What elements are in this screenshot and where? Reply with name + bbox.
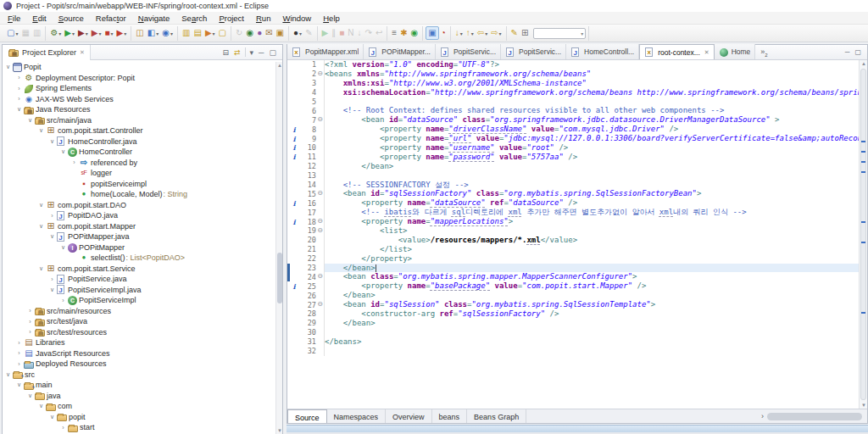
collapsed-arrow-icon[interactable]: › [26, 319, 34, 325]
code-line-13[interactable]: 13 [287, 171, 859, 181]
editor-tab-homecontroll-[interactable]: HomeControll... [566, 44, 639, 59]
tab-scroll-chevron-icon[interactable]: › [758, 412, 767, 420]
fold-collapse-icon[interactable]: ⊖ [316, 70, 325, 79]
tree-item-selectlist-[interactable]: selectlist() : List<PopitDAO> [3, 253, 275, 264]
code-line-16[interactable]: i16 <property name="dataSource" ref="dat… [287, 198, 859, 208]
fold-collapse-icon[interactable]: ⊖ [316, 189, 325, 198]
code-line-2[interactable]: 2⊖<beans xmlns="http://www.springframewo… [287, 70, 859, 79]
dropdown-arrow-icon[interactable]: ▾ [72, 31, 75, 36]
xml-source-editor[interactable]: 1<?xml version="1.0" encoding="UTF-8"?>2… [287, 60, 859, 409]
forward-button[interactable]: ⇨▾ [489, 26, 503, 40]
run-last-button[interactable]: ▶▾ [115, 26, 129, 40]
fold-collapse-icon[interactable]: ⊖ [316, 226, 325, 236]
tree-item-src[interactable]: ∨src [3, 370, 275, 381]
dropdown-arrow-icon[interactable]: ▾ [460, 31, 463, 36]
editor-scrollbar[interactable]: ▲ ▼ [859, 60, 867, 409]
launch-button[interactable]: ▶▾ [203, 26, 217, 40]
collapsed-arrow-icon[interactable]: › [59, 425, 67, 431]
export-button[interactable]: ▤ [192, 26, 203, 40]
overview-info-marker[interactable] [861, 221, 865, 223]
code-line-31[interactable]: 31</beans> [287, 337, 859, 347]
editor-tab-popitservic-[interactable]: PopitServic... [436, 44, 501, 59]
back-button[interactable]: ⇦▾ [476, 26, 489, 40]
dropdown-arrow-icon[interactable]: ▾ [15, 31, 18, 36]
server-button[interactable]: ◉▾ [160, 26, 175, 40]
fold-collapse-icon[interactable]: ⊖ [316, 300, 325, 309]
collapsed-arrow-icon[interactable]: › [48, 213, 56, 219]
code-line-17[interactable]: 17 <!-- ibatis와 다르게 sql디렉토리에 xml 추가만 해주면… [287, 208, 859, 217]
code-line-5[interactable]: 5 [287, 97, 859, 107]
collapsed-arrow-icon[interactable]: › [15, 361, 23, 367]
editor-scroll-thumb[interactable] [860, 69, 866, 400]
expanded-arrow-icon[interactable]: ∨ [37, 403, 45, 409]
dropdown-arrow-icon[interactable]: ▾ [213, 31, 215, 36]
task-button[interactable]: ▣ [275, 26, 286, 40]
expanded-arrow-icon[interactable]: ∨ [37, 265, 45, 272]
expanded-arrow-icon[interactable]: ∨ [4, 64, 12, 70]
code-line-4[interactable]: 4 xsi:schemaLocation="http://www.springf… [287, 88, 859, 97]
tree-item-spring-elements[interactable]: ›Spring Elements [3, 83, 275, 94]
dropdown-arrow-icon[interactable]: ▾ [86, 31, 88, 36]
tree-item-popitmapper-java[interactable]: ∨POPitMapper.java [3, 231, 275, 242]
code-line-15[interactable]: 15⊖ <bean id="sqlSessionFactory" class="… [287, 189, 859, 198]
code-line-27[interactable]: 27⊖ <bean id="sqlSession" class="org.myb… [287, 300, 859, 309]
dropdown-arrow-icon[interactable]: ▾ [299, 31, 302, 36]
scroll-up-icon[interactable]: ▲ [860, 61, 868, 66]
code-line-6[interactable]: 6 <!-- Root Context: defines shared reso… [287, 106, 859, 115]
scroll-up-icon[interactable]: ▲ [276, 63, 283, 68]
menu-project[interactable]: Project [213, 13, 250, 24]
editor-tab-popitmapper-xml[interactable]: PopitMapper.xml [287, 44, 364, 59]
menu-source[interactable]: Source [53, 13, 90, 24]
code-line-28[interactable]: 28 <constructor-arg ref="sqlSessionFacto… [287, 309, 859, 319]
tree-item-java[interactable]: ∨java [3, 391, 275, 402]
code-line-19[interactable]: 19⊖ <list> [287, 226, 859, 236]
code-line-7[interactable]: 7⊖ <bean id="dataSource" class="org.spri… [287, 115, 859, 125]
menu-edit[interactable]: Edit [26, 13, 52, 24]
maximize-icon[interactable]: ▢ [852, 48, 864, 56]
minimize-view-icon[interactable]: ─ [256, 48, 266, 57]
code-line-11[interactable]: i11 <property name="password" value="575… [287, 153, 859, 162]
collapsed-arrow-icon[interactable]: › [15, 340, 23, 346]
tree-item-homecontroller[interactable]: ∨HomeController [3, 147, 275, 158]
spring-tool-button[interactable]: ✱ [398, 26, 409, 40]
editor-tab-popitservic-[interactable]: PopitServic... [501, 44, 566, 59]
info-annotation-icon[interactable]: i [290, 125, 298, 134]
editor-tab-root-contex-[interactable]: root-contex...✕ [639, 44, 714, 59]
scroll-down-icon[interactable]: ▼ [860, 403, 868, 408]
info-annotation-icon[interactable]: i [290, 135, 298, 143]
menu-window[interactable]: Window [276, 13, 317, 24]
collapsed-arrow-icon[interactable]: › [15, 96, 23, 102]
code-line-30[interactable]: 30 [287, 328, 859, 337]
editor-tab-popitmapper-[interactable]: POPitMapper... [364, 44, 436, 59]
tree-item-popitservice-java[interactable]: ›PopitService.java [3, 274, 275, 285]
expanded-arrow-icon[interactable]: ∨ [37, 223, 45, 230]
expanded-arrow-icon[interactable]: ∨ [37, 202, 45, 209]
close-icon[interactable]: ✕ [704, 49, 709, 56]
profile-button[interactable]: ●▾ [292, 26, 303, 40]
info-annotation-icon[interactable]: i [290, 143, 298, 152]
tree-item-java-resources[interactable]: ∨Java Resources [3, 104, 275, 115]
dropdown-arrow-icon[interactable]: ▾ [124, 31, 126, 36]
tree-item-popitserviceimpl-java[interactable]: ∨PopitServiceImpl.java [3, 285, 275, 296]
new-wizard-button[interactable]: ▢▾ [5, 26, 19, 40]
code-line-8[interactable]: i8 <property name="driverClassName" valu… [287, 125, 859, 134]
collapsed-arrow-icon[interactable]: › [26, 329, 34, 335]
tree-item-popit[interactable]: ∨Popit [3, 62, 275, 73]
boot-dashboard-button[interactable]: ◉ [409, 26, 420, 40]
bottom-tab-beans-graph[interactable]: Beans Graph [467, 409, 526, 423]
tree-item-start[interactable]: ›start [3, 422, 275, 433]
tree-item-main[interactable]: ∨main [3, 380, 275, 391]
overview-info-marker[interactable] [861, 151, 865, 153]
code-line-3[interactable]: 3 xmlns:xsi="http://www.w3.org/2001/XMLS… [287, 79, 859, 88]
collapsed-arrow-icon[interactable]: › [15, 75, 23, 81]
menu-file[interactable]: File [2, 13, 26, 24]
collapsed-arrow-icon[interactable]: › [48, 276, 56, 282]
collapsed-arrow-icon[interactable]: › [15, 86, 23, 92]
horizontal-scroll-thumb[interactable] [767, 413, 862, 420]
coverage-button[interactable]: ▶▾ [90, 26, 103, 40]
tree-item-popitserviceimpl[interactable]: ›PopitServiceImpl [3, 295, 275, 306]
view-close-icon[interactable]: ✕ [80, 49, 85, 56]
dropdown-arrow-icon[interactable]: ▾ [58, 31, 61, 36]
code-line-21[interactable]: 21 </list> [287, 245, 859, 254]
info-annotation-icon[interactable]: i [290, 282, 298, 291]
